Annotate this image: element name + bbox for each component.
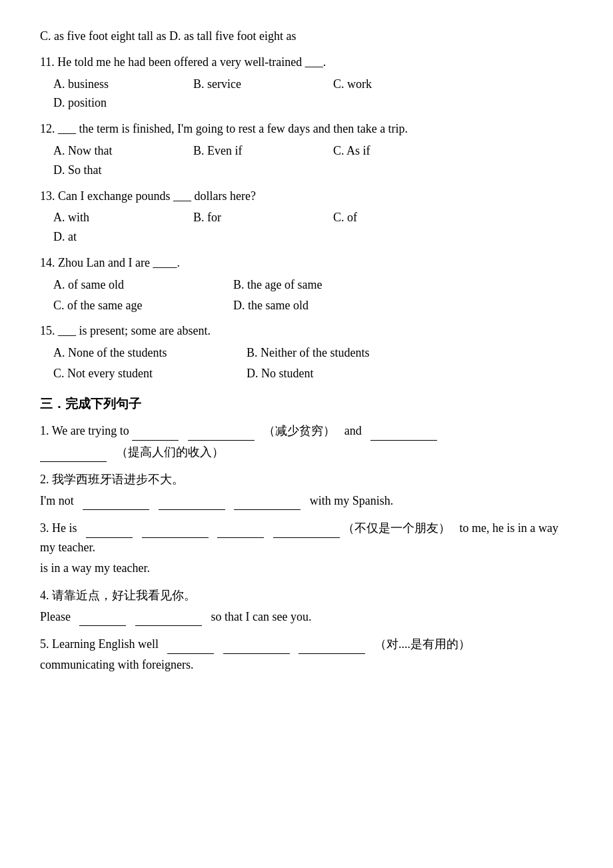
- q13-option-d: D. at: [53, 227, 173, 247]
- cd-options-text: C. as five foot eight tall as D. as tall…: [40, 27, 573, 46]
- c1-blank2: [188, 421, 255, 441]
- c3-blank4: [273, 518, 340, 538]
- q13-option-c: C. of: [333, 208, 453, 227]
- c4-text1: Please: [40, 610, 71, 623]
- q13-option-b: B. for: [193, 208, 313, 227]
- q11-text: 11. He told me he had been offered a ver…: [40, 53, 573, 72]
- c2-text: I'm not with my Spanish.: [40, 491, 573, 511]
- q12-option-c: C. As if: [333, 141, 453, 161]
- c2-blank1: [83, 491, 149, 511]
- q11-option-d: D. position: [53, 93, 173, 113]
- c1-text2: and: [344, 424, 362, 437]
- q12-text: 12. ___ the term is finished, I'm going …: [40, 119, 573, 139]
- c1-text3: （提高人们的收入）: [116, 445, 224, 459]
- page-content: C. as five foot eight tall as D. as tall…: [40, 27, 573, 675]
- q14-row2: C. of the same age D. the same old: [53, 296, 573, 315]
- q12-option-d: D. So that: [53, 161, 173, 180]
- c2-blank3: [234, 491, 301, 511]
- completion-2: 2. 我学西班牙语进步不大。 I'm not with my Spanish.: [40, 470, 573, 511]
- c5-blank1: [167, 634, 214, 654]
- q15-row2: C. Not every student D. No student: [53, 364, 573, 383]
- c2-text1: I'm not: [40, 494, 74, 507]
- c3-chinese: （不仅是一个朋友）: [342, 521, 450, 535]
- q14-option-a: A. of same old: [53, 275, 213, 295]
- q12-option-b: B. Even if: [193, 141, 313, 161]
- c5-cont: communicating with foreigners.: [40, 655, 573, 675]
- q14-option-c: C. of the same age: [53, 296, 213, 315]
- section3-title: 三．完成下列句子: [40, 394, 573, 414]
- completion-1: 1. We are trying to （减少贫穷） and （提高人们的收入）: [40, 421, 573, 462]
- q13-text: 13. Can I exchange pounds ___ dollars he…: [40, 187, 573, 206]
- q11-option-b: B. service: [193, 75, 313, 94]
- c3-text1: 3. He is: [40, 521, 77, 535]
- completion-5: 5. Learning English well （对....是有用的） com…: [40, 634, 573, 675]
- c4-blank1: [79, 607, 126, 627]
- c1-text-cont: （提高人们的收入）: [40, 442, 573, 462]
- q11-option-a: A. business: [53, 75, 173, 94]
- c4-chinese: 4. 请靠近点，好让我看见你。: [40, 586, 573, 605]
- q14-option-b: B. the age of same: [233, 275, 353, 295]
- completion-3: 3. He is （不仅是一个朋友） to me, he is in a way…: [40, 518, 573, 577]
- q15-option-c: C. Not every student: [53, 364, 227, 383]
- c5-text: 5. Learning English well （对....是有用的）: [40, 634, 573, 654]
- question-11: 11. He told me he had been offered a ver…: [40, 53, 573, 113]
- question-13: 13. Can I exchange pounds ___ dollars he…: [40, 187, 573, 247]
- q14-text: 14. Zhou Lan and I are ____.: [40, 253, 573, 273]
- c1-blank1: [132, 421, 179, 441]
- c5-text1: 5. Learning English well: [40, 637, 159, 651]
- q14-options: A. of same old B. the age of same C. of …: [40, 275, 573, 315]
- q12-options: A. Now that B. Even if C. As if D. So th…: [40, 141, 573, 180]
- c2-chinese: 2. 我学西班牙语进步不大。: [40, 470, 573, 489]
- q15-option-a: A. None of the students: [53, 343, 227, 363]
- q12-option-a: A. Now that: [53, 141, 173, 161]
- q11-options: A. business B. service C. work D. positi…: [40, 75, 573, 113]
- c4-text2: so that I can see you.: [211, 610, 311, 623]
- q13-option-a: A. with: [53, 208, 173, 227]
- c3-cont: is in a way my teacher.: [40, 559, 573, 578]
- q14-option-d: D. the same old: [233, 296, 353, 315]
- c1-blank4: [40, 442, 107, 462]
- q15-row1: A. None of the students B. Neither of th…: [53, 343, 573, 363]
- c1-chinese: （减少贫穷）: [263, 424, 335, 437]
- c5-text2: communicating with foreigners.: [40, 658, 193, 671]
- question-14: 14. Zhou Lan and I are ____. A. of same …: [40, 253, 573, 315]
- q15-option-d: D. No student: [247, 364, 366, 383]
- c5-chinese: （对....是有用的）: [374, 637, 470, 651]
- c3-blank3: [217, 518, 264, 538]
- q13-options: A. with B. for C. of D. at: [40, 208, 573, 247]
- c4-text: Please so that I can see you.: [40, 607, 573, 627]
- c3-blank1: [86, 518, 133, 538]
- c3-blank2: [142, 518, 209, 538]
- cd-options-line: C. as five foot eight tall as D. as tall…: [40, 27, 573, 46]
- question-15: 15. ___ is present; some are absent. A. …: [40, 321, 573, 383]
- c2-blank2: [159, 491, 225, 511]
- c5-blank3: [299, 634, 365, 654]
- q15-text: 15. ___ is present; some are absent.: [40, 321, 573, 341]
- c2-text2: with my Spanish.: [310, 494, 394, 507]
- q15-option-b: B. Neither of the students: [247, 343, 369, 363]
- c4-blank2: [135, 607, 202, 627]
- c3-text: 3. He is （不仅是一个朋友） to me, he is in a way…: [40, 518, 573, 557]
- c1-text1: 1. We are trying to: [40, 424, 129, 437]
- c5-blank2: [223, 634, 290, 654]
- c1-blank3: [370, 421, 437, 441]
- q15-options: A. None of the students B. Neither of th…: [40, 343, 573, 383]
- completion-4: 4. 请靠近点，好让我看见你。 Please so that I can see…: [40, 586, 573, 627]
- question-12: 12. ___ the term is finished, I'm going …: [40, 119, 573, 179]
- q11-option-c: C. work: [333, 75, 453, 94]
- c1-text: 1. We are trying to （减少贫穷） and: [40, 421, 573, 441]
- q14-row1: A. of same old B. the age of same: [53, 275, 573, 295]
